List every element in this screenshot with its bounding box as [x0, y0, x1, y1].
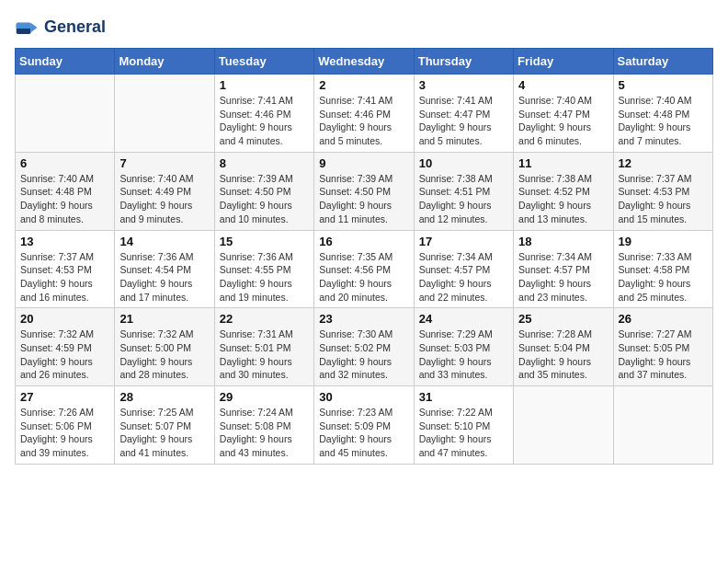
calendar-day-cell [16, 75, 115, 153]
day-info: Sunrise: 7:39 AMSunset: 4:50 PMDaylight:… [220, 172, 309, 226]
day-info: Sunrise: 7:28 AMSunset: 5:04 PMDaylight:… [518, 327, 608, 382]
calendar-day-cell: 15Sunrise: 7:36 AMSunset: 4:55 PMDayligh… [214, 230, 313, 308]
calendar-day-cell: 31Sunrise: 7:22 AMSunset: 5:10 PMDayligh… [414, 386, 513, 465]
calendar-day-cell: 12Sunrise: 7:37 AMSunset: 4:53 PMDayligh… [613, 152, 712, 230]
day-info: Sunrise: 7:36 AMSunset: 4:54 PMDaylight:… [119, 250, 209, 304]
calendar-day-cell: 3Sunrise: 7:41 AMSunset: 4:47 PMDaylight… [414, 75, 513, 153]
day-info: Sunrise: 7:25 AMSunset: 5:07 PMDaylight:… [119, 406, 209, 460]
calendar-day-cell: 28Sunrise: 7:25 AMSunset: 5:07 PMDayligh… [115, 386, 214, 465]
calendar-day-cell: 23Sunrise: 7:30 AMSunset: 5:02 PMDayligh… [314, 308, 414, 386]
day-number: 18 [518, 235, 608, 248]
day-info: Sunrise: 7:41 AMSunset: 4:46 PMDaylight:… [220, 94, 309, 148]
day-number: 20 [20, 312, 109, 326]
calendar-day-cell: 11Sunrise: 7:38 AMSunset: 4:52 PMDayligh… [514, 152, 613, 230]
day-info: Sunrise: 7:39 AMSunset: 4:50 PMDaylight:… [319, 172, 408, 226]
day-number: 14 [119, 235, 209, 248]
calendar-week-row: 6Sunrise: 7:40 AMSunset: 4:48 PMDaylight… [16, 152, 713, 230]
logo-text: General [44, 18, 106, 37]
day-info: Sunrise: 7:29 AMSunset: 5:03 PMDaylight:… [419, 327, 508, 382]
day-number: 21 [119, 312, 209, 326]
calendar-day-cell: 30Sunrise: 7:23 AMSunset: 5:09 PMDayligh… [314, 386, 414, 465]
calendar-day-cell: 26Sunrise: 7:27 AMSunset: 5:05 PMDayligh… [613, 308, 712, 386]
day-number: 28 [119, 390, 209, 404]
day-info: Sunrise: 7:33 AMSunset: 4:58 PMDaylight:… [619, 250, 708, 304]
day-number: 29 [220, 390, 309, 404]
day-info: Sunrise: 7:23 AMSunset: 5:09 PMDaylight:… [319, 406, 408, 460]
calendar-day-cell: 1Sunrise: 7:41 AMSunset: 4:46 PMDaylight… [214, 75, 313, 153]
day-info: Sunrise: 7:27 AMSunset: 5:05 PMDaylight:… [619, 327, 708, 382]
day-info: Sunrise: 7:37 AMSunset: 4:53 PMDaylight:… [619, 172, 708, 226]
calendar-day-cell [613, 386, 712, 465]
day-info: Sunrise: 7:31 AMSunset: 5:01 PMDaylight:… [220, 327, 309, 382]
day-number: 13 [20, 235, 109, 248]
calendar-table: SundayMondayTuesdayWednesdayThursdayFrid… [15, 48, 713, 465]
day-number: 5 [619, 78, 708, 92]
day-info: Sunrise: 7:32 AMSunset: 4:59 PMDaylight:… [20, 327, 109, 382]
day-info: Sunrise: 7:40 AMSunset: 4:49 PMDaylight:… [119, 172, 209, 226]
page-header: General [15, 15, 713, 40]
calendar-day-cell: 22Sunrise: 7:31 AMSunset: 5:01 PMDayligh… [214, 308, 313, 386]
logo-icon [15, 15, 40, 40]
calendar-day-cell: 27Sunrise: 7:26 AMSunset: 5:06 PMDayligh… [16, 386, 115, 465]
calendar-day-cell: 25Sunrise: 7:28 AMSunset: 5:04 PMDayligh… [514, 308, 613, 386]
calendar-day-cell: 2Sunrise: 7:41 AMSunset: 4:46 PMDaylight… [314, 75, 414, 153]
weekday-header: Friday [514, 49, 613, 75]
day-info: Sunrise: 7:38 AMSunset: 4:52 PMDaylight:… [518, 172, 608, 226]
day-info: Sunrise: 7:41 AMSunset: 4:47 PMDaylight:… [419, 94, 508, 148]
day-number: 4 [518, 78, 608, 92]
day-number: 7 [119, 156, 209, 170]
calendar-day-cell: 9Sunrise: 7:39 AMSunset: 4:50 PMDaylight… [314, 152, 414, 230]
calendar-day-cell [115, 75, 214, 153]
calendar-day-cell: 14Sunrise: 7:36 AMSunset: 4:54 PMDayligh… [115, 230, 214, 308]
calendar-day-cell: 6Sunrise: 7:40 AMSunset: 4:48 PMDaylight… [16, 152, 115, 230]
day-info: Sunrise: 7:34 AMSunset: 4:57 PMDaylight:… [419, 250, 508, 304]
day-info: Sunrise: 7:40 AMSunset: 4:48 PMDaylight:… [619, 94, 708, 148]
calendar-week-row: 27Sunrise: 7:26 AMSunset: 5:06 PMDayligh… [16, 386, 713, 465]
day-number: 12 [619, 156, 708, 170]
day-number: 26 [619, 312, 708, 326]
calendar-day-cell: 13Sunrise: 7:37 AMSunset: 4:53 PMDayligh… [16, 230, 115, 308]
calendar-day-cell: 18Sunrise: 7:34 AMSunset: 4:57 PMDayligh… [514, 230, 613, 308]
day-number: 16 [319, 235, 408, 248]
day-number: 17 [419, 235, 508, 248]
day-number: 15 [220, 235, 309, 248]
day-info: Sunrise: 7:36 AMSunset: 4:55 PMDaylight:… [220, 250, 309, 304]
day-number: 10 [419, 156, 508, 170]
calendar-day-cell: 29Sunrise: 7:24 AMSunset: 5:08 PMDayligh… [214, 386, 313, 465]
day-info: Sunrise: 7:26 AMSunset: 5:06 PMDaylight:… [20, 406, 109, 460]
day-number: 24 [419, 312, 508, 326]
day-number: 8 [220, 156, 309, 170]
weekday-header: Monday [115, 49, 214, 75]
calendar-week-row: 13Sunrise: 7:37 AMSunset: 4:53 PMDayligh… [16, 230, 713, 308]
calendar-week-row: 1Sunrise: 7:41 AMSunset: 4:46 PMDaylight… [16, 75, 713, 153]
calendar-day-cell: 4Sunrise: 7:40 AMSunset: 4:47 PMDaylight… [514, 75, 613, 153]
day-info: Sunrise: 7:30 AMSunset: 5:02 PMDaylight:… [319, 327, 408, 382]
calendar-day-cell: 5Sunrise: 7:40 AMSunset: 4:48 PMDaylight… [613, 75, 712, 153]
day-number: 1 [220, 78, 309, 92]
weekday-header: Wednesday [314, 49, 414, 75]
day-number: 6 [20, 156, 109, 170]
weekday-header: Saturday [613, 49, 712, 75]
calendar-day-cell: 21Sunrise: 7:32 AMSunset: 5:00 PMDayligh… [115, 308, 214, 386]
day-number: 2 [319, 78, 408, 92]
day-number: 22 [220, 312, 309, 326]
day-info: Sunrise: 7:35 AMSunset: 4:56 PMDaylight:… [319, 250, 408, 304]
calendar-week-row: 20Sunrise: 7:32 AMSunset: 4:59 PMDayligh… [16, 308, 713, 386]
calendar-day-cell [514, 386, 613, 465]
svg-rect-2 [17, 23, 31, 29]
calendar-day-cell: 19Sunrise: 7:33 AMSunset: 4:58 PMDayligh… [613, 230, 712, 308]
logo: General [15, 15, 106, 40]
calendar-day-cell: 8Sunrise: 7:39 AMSunset: 4:50 PMDaylight… [214, 152, 313, 230]
calendar-day-cell: 24Sunrise: 7:29 AMSunset: 5:03 PMDayligh… [414, 308, 513, 386]
day-info: Sunrise: 7:40 AMSunset: 4:47 PMDaylight:… [518, 94, 608, 148]
day-number: 31 [419, 390, 508, 404]
day-info: Sunrise: 7:34 AMSunset: 4:57 PMDaylight:… [518, 250, 608, 304]
day-info: Sunrise: 7:38 AMSunset: 4:51 PMDaylight:… [419, 172, 508, 226]
calendar-day-cell: 20Sunrise: 7:32 AMSunset: 4:59 PMDayligh… [16, 308, 115, 386]
day-number: 11 [518, 156, 608, 170]
calendar-day-cell: 10Sunrise: 7:38 AMSunset: 4:51 PMDayligh… [414, 152, 513, 230]
day-number: 19 [619, 235, 708, 248]
day-info: Sunrise: 7:37 AMSunset: 4:53 PMDaylight:… [20, 250, 109, 304]
day-number: 3 [419, 78, 508, 92]
day-number: 27 [20, 390, 109, 404]
